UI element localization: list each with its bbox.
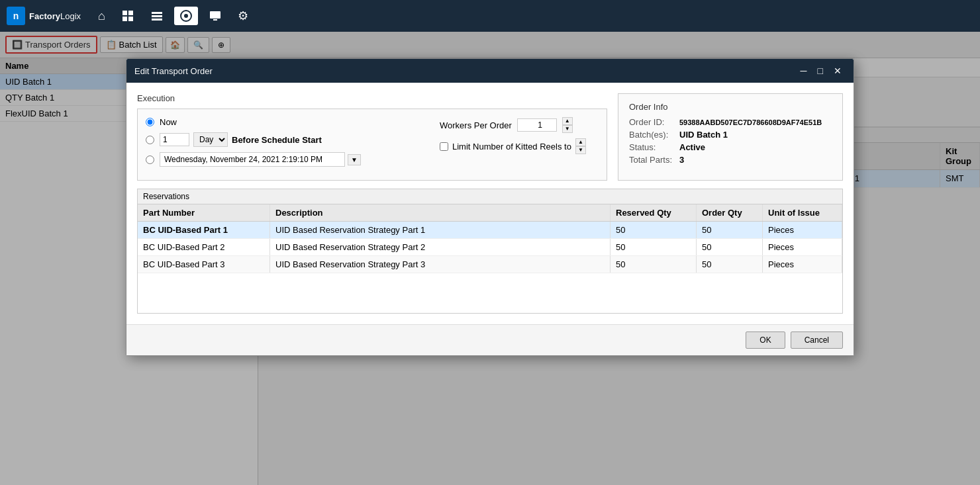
batches-value: UID Batch 1 [679,130,728,140]
day-input-group: Day Before Schedule Start [160,132,322,147]
batches-label: Batch(es): [629,130,675,140]
r-part-number: BC UID-Based Part 1 [138,222,270,238]
modal-minimize-btn[interactable]: ─ [797,64,811,77]
limit-kitted-spinner: ▲ ▼ [575,138,586,154]
modal-close-btn[interactable]: ✕ [830,64,846,77]
svg-rect-10 [213,19,217,21]
now-label: Now [160,117,177,127]
svg-rect-1 [128,11,133,15]
workers-down-btn[interactable]: ▼ [562,125,573,133]
ok-button[interactable]: OK [746,331,785,349]
rth-part-number: Part Number [138,204,270,221]
order-id-value: 59388AABD507EC7D786608D9AF74E51B [679,118,822,126]
empty-space [138,273,842,313]
workers-input[interactable] [517,118,557,132]
batches-row: Batch(es): UID Batch 1 [629,130,832,140]
r-description: UID Based Reservation Strategy Part 3 [270,256,611,273]
limit-kitted-row: Limit Number of Kitted Reels to ▲ ▼ [440,138,599,154]
status-value: Active [679,142,705,152]
execution-panel: Execution Now [137,93,607,181]
rth-reserved-qty: Reserved Qty [611,204,697,221]
svg-rect-9 [210,11,220,19]
datetime-radio[interactable] [146,155,154,164]
kitted-down-btn[interactable]: ▼ [575,146,586,154]
reservations-container: Reservations Part Number Description Res… [137,189,843,314]
day-radio-row: Day Before Schedule Start [146,132,426,147]
modal-footer: OK Cancel [126,324,854,355]
nav-transport-button[interactable] [174,7,198,25]
total-parts-row: Total Parts: 3 [629,155,832,165]
r-unit: Pieces [763,222,842,238]
r-part-number: BC UID-Based Part 2 [138,239,270,255]
modal-overlay: Edit Transport Order ─ □ ✕ Execution [0,32,980,485]
day-unit-select[interactable]: Day [193,132,228,147]
r-description: UID Based Reservation Strategy Part 1 [270,222,611,238]
modal-controls: ─ □ ✕ [797,64,846,77]
modal-titlebar: Edit Transport Order ─ □ ✕ [126,59,854,83]
reservations-table-header: Part Number Description Reserved Qty Ord… [138,204,842,222]
modal-body: Execution Now [126,83,854,324]
svg-rect-2 [122,17,127,21]
r-unit: Pieces [763,256,842,273]
kitted-up-btn[interactable]: ▲ [575,138,586,146]
datetime-input[interactable] [160,152,345,167]
order-info-title: Order Info [629,102,832,112]
exec-left-col: Now Day Before Schedule [146,117,426,172]
r-description: UID Based Reservation Strategy Part 2 [270,239,611,255]
exec-and-info: Execution Now [137,93,843,181]
nav-monitor-button[interactable] [203,7,227,25]
app-logo: n FactoryLogix [7,7,81,25]
status-row: Status: Active [629,142,832,152]
reservation-row[interactable]: BC UID-Based Part 1 UID Based Reservatio… [138,222,842,239]
workers-label: Workers Per Order [440,120,512,130]
workers-spinner-btns: ▲ ▼ [562,117,573,133]
r-order-qty: 50 [697,222,763,238]
day-spinner-input[interactable] [160,133,189,146]
total-parts-value: 3 [679,155,684,165]
reservation-row[interactable]: BC UID-Based Part 3 UID Based Reservatio… [138,256,842,273]
svg-rect-4 [152,12,162,14]
logo-icon: n [7,7,25,25]
execution-section-title: Execution [137,93,607,103]
svg-point-8 [184,14,188,18]
order-id-row: Order ID: 59388AABD507EC7D786608D9AF74E5… [629,117,832,127]
modal-maximize-btn[interactable]: □ [814,64,827,77]
svg-rect-3 [128,17,133,21]
r-order-qty: 50 [697,239,763,255]
r-unit: Pieces [763,239,842,255]
edit-transport-order-modal: Edit Transport Order ─ □ ✕ Execution [126,58,854,356]
reservation-row[interactable]: BC UID-Based Part 2 UID Based Reservatio… [138,239,842,256]
exec-right-col: Workers Per Order ▲ ▼ Limit Numb [440,117,599,172]
order-id-label: Order ID: [629,117,675,127]
workers-row: Workers Per Order ▲ ▼ [440,117,599,133]
day-radio[interactable] [146,136,154,144]
execution-inner: Now Day Before Schedule [137,109,607,181]
svg-rect-6 [152,19,162,21]
nav-home-button[interactable]: ⌂ [93,7,111,26]
workers-up-btn[interactable]: ▲ [562,117,573,125]
status-label: Status: [629,142,675,152]
nav-layers-button[interactable] [145,7,169,25]
r-reserved-qty: 50 [611,239,697,255]
svg-rect-0 [122,11,127,15]
r-reserved-qty: 50 [611,222,697,238]
datetime-radio-row: ▼ [146,152,426,167]
now-radio[interactable] [146,118,154,126]
datetime-dropdown-btn[interactable]: ▼ [348,154,361,165]
before-schedule-label: Before Schedule Start [232,135,322,145]
nav-settings-button[interactable]: ⚙ [232,6,254,26]
r-reserved-qty: 50 [611,256,697,273]
app-name: FactoryLogix [29,10,81,22]
rth-unit: Unit of Issue [763,204,842,221]
limit-kitted-label: Limit Number of Kitted Reels to [452,142,571,152]
order-info-panel: Order Info Order ID: 59388AABD507EC7D786… [618,93,843,181]
datetime-input-group: ▼ [160,152,361,167]
r-part-number: BC UID-Based Part 3 [138,256,270,273]
limit-kitted-checkbox[interactable] [440,142,448,151]
cancel-button[interactable]: Cancel [791,331,843,349]
reservations-title: Reservations [138,189,842,204]
modal-title: Edit Transport Order [134,66,213,76]
now-radio-row: Now [146,117,426,127]
svg-rect-5 [152,15,162,17]
nav-grid-button[interactable] [116,7,140,25]
